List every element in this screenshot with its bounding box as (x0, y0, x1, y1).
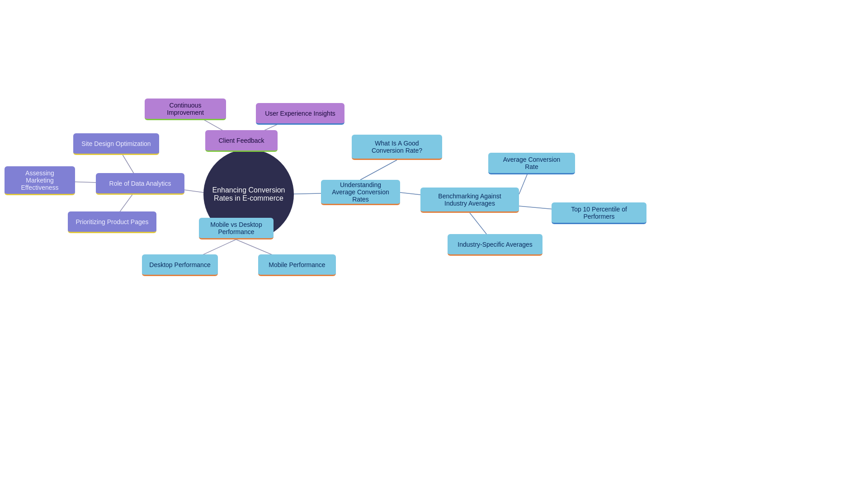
svg-line-11 (360, 160, 397, 180)
node-role-data[interactable]: Role of Data Analytics (96, 173, 184, 195)
node-label: Desktop Performance (149, 261, 210, 268)
node-top10[interactable]: Top 10 Percentile of Performers (552, 202, 646, 224)
node-understanding-avg[interactable]: Understanding Average Conversion Rates (321, 180, 400, 205)
node-label: User Experience Insights (265, 110, 335, 117)
node-mobile-desktop[interactable]: Mobile vs Desktop Performance (199, 218, 274, 239)
node-label: Industry-Specific Averages (458, 241, 533, 248)
node-average-conversion[interactable]: Average Conversion Rate (488, 153, 575, 174)
node-label: Average Conversion Rate (495, 156, 568, 170)
node-industry-specific[interactable]: Industry-Specific Averages (448, 234, 542, 256)
node-user-experience[interactable]: User Experience Insights (256, 103, 344, 125)
node-assessing-marketing[interactable]: Assessing Marketing Effectiveness (5, 166, 75, 195)
node-label: Assessing Marketing Effectiveness (12, 169, 68, 191)
node-label: Role of Data Analytics (109, 180, 171, 187)
node-label: Benchmarking Against Industry Averages (428, 192, 512, 207)
node-label: Mobile Performance (269, 261, 325, 268)
center-label: Enhancing Conversion Rates in E-commerce (203, 186, 294, 202)
node-benchmarking[interactable]: Benchmarking Against Industry Averages (420, 188, 519, 213)
node-client-feedback[interactable]: Client Feedback (205, 130, 278, 152)
node-site-design[interactable]: Site Design Optimization (73, 133, 159, 155)
node-desktop-performance[interactable]: Desktop Performance (142, 254, 218, 276)
node-label: Top 10 Percentile of Performers (559, 206, 639, 220)
node-label: Continuous Improvement (152, 102, 219, 116)
node-mobile-performance[interactable]: Mobile Performance (258, 254, 336, 276)
node-label: Mobile vs Desktop Performance (206, 221, 266, 235)
node-continuous-improvement[interactable]: Continuous Improvement (145, 99, 226, 120)
node-label: Client Feedback (218, 137, 264, 144)
node-prioritizing-product[interactable]: Prioritizing Product Pages (68, 211, 156, 233)
node-what-is-good[interactable]: What Is A Good Conversion Rate? (352, 135, 442, 160)
node-label: Understanding Average Conversion Rates (328, 181, 393, 203)
node-label: What Is A Good Conversion Rate? (359, 140, 435, 154)
node-label: Site Design Optimization (81, 140, 151, 147)
node-label: Prioritizing Product Pages (75, 218, 148, 225)
